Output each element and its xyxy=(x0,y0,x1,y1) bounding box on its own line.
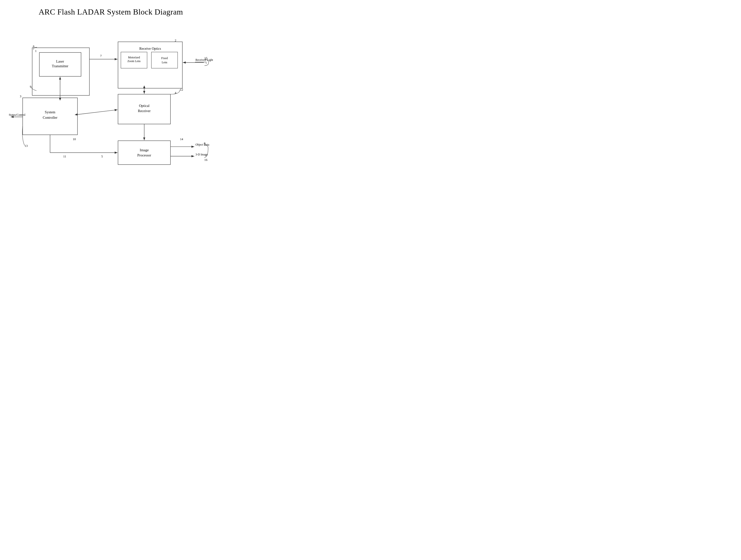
ref-11: 11 xyxy=(63,155,66,158)
receive-optics-label: Receive Optics xyxy=(139,47,161,51)
ref-10: 10 xyxy=(73,137,76,141)
image-processor-label2: Processor xyxy=(137,153,151,157)
image-processor-label: Image xyxy=(140,148,148,152)
ref-2: 2 xyxy=(175,39,176,42)
ref-6: 6 xyxy=(33,45,35,48)
fixed-lens-label2: Lens xyxy=(161,61,167,64)
system-controller-label2: Controller xyxy=(43,116,57,120)
laser-transmitter-label: Laser xyxy=(56,59,64,63)
ref-13: 13 xyxy=(25,144,28,148)
ref-9: 9 xyxy=(30,85,31,88)
ref-3: 3 xyxy=(20,94,21,98)
svg-rect-11 xyxy=(118,141,171,164)
motorized-zoom-label2: Zoom Lens xyxy=(127,60,141,63)
svg-line-15 xyxy=(78,110,118,114)
status-control-label: Status/Control xyxy=(9,113,25,117)
ref-1: 1 xyxy=(35,49,37,53)
fixed-lens-label: Fixed xyxy=(161,57,168,60)
svg-rect-4 xyxy=(32,48,89,95)
page-title: ARC Flash LADAR System Block Diagram xyxy=(5,7,217,16)
ref-12: 12 xyxy=(180,88,183,91)
system-controller-label: System xyxy=(45,110,55,114)
ref-7: 7 xyxy=(100,54,102,58)
motorized-zoom-label: Motorized xyxy=(128,56,140,59)
ref-5: 5 xyxy=(101,155,103,158)
svg-rect-8 xyxy=(151,52,178,68)
optical-receiver-label2: Receiver xyxy=(138,109,151,113)
three-d-image-label: 3-D Image xyxy=(196,153,208,156)
ref-16: 16 xyxy=(204,158,207,162)
optical-receiver-label: Optical xyxy=(139,104,149,108)
received-light-label: Received Light xyxy=(196,58,213,62)
ref-14: 14 xyxy=(180,137,183,141)
diagram-container: Laser Transmitter Receive Optics Motoriz… xyxy=(5,24,217,172)
laser-transmitter-label2: Transmitter xyxy=(52,64,68,68)
